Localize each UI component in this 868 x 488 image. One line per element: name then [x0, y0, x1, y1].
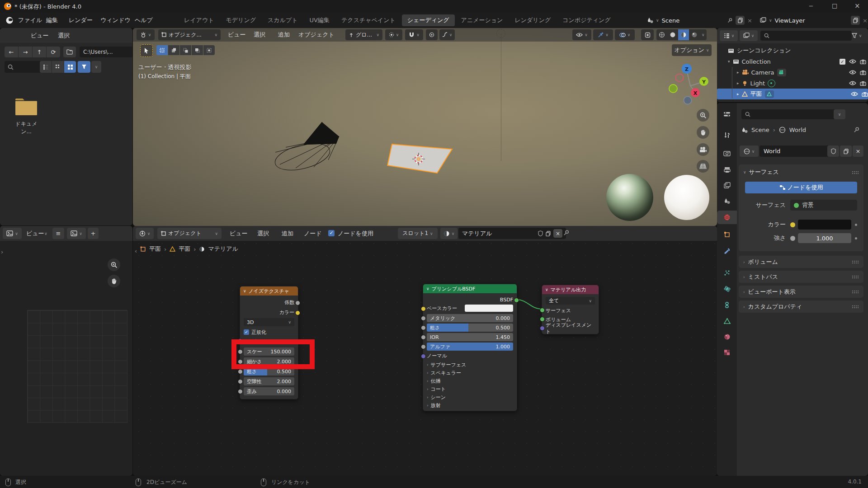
- row-scene-collection[interactable]: シーンコレクション: [717, 45, 866, 56]
- camera-visibility-icon[interactable]: [862, 92, 868, 97]
- new-folder-button[interactable]: [63, 47, 76, 57]
- menu-edit[interactable]: 編集: [46, 13, 58, 28]
- scene-selector[interactable]: ∨ Scene ×: [644, 14, 755, 26]
- camera-visibility-icon[interactable]: [860, 70, 866, 75]
- surface-section-title[interactable]: サーフェス: [749, 168, 779, 176]
- shading-rendered-button[interactable]: [689, 29, 700, 40]
- camera-data-badge[interactable]: [777, 69, 786, 76]
- socket-color-output[interactable]: [295, 310, 300, 315]
- active-tool-button[interactable]: [140, 44, 153, 57]
- file-path-field[interactable]: C:\Users\...: [80, 47, 132, 57]
- camera-visibility-icon[interactable]: [860, 59, 866, 64]
- section-mist-pass[interactable]: ›ミストパス: [739, 271, 863, 283]
- socket-alpha-input[interactable]: [421, 344, 426, 349]
- shading-material-button[interactable]: [678, 29, 689, 40]
- overlays-toggle[interactable]: ∨: [615, 29, 635, 40]
- tab-material[interactable]: [717, 330, 737, 343]
- display-thumbnail-button[interactable]: [64, 61, 76, 73]
- scene-objects[interactable]: [259, 109, 476, 186]
- select-extend-button[interactable]: [168, 45, 179, 55]
- socket-distortion-input[interactable]: [238, 389, 243, 394]
- collapse-icon[interactable]: ∨: [743, 170, 746, 174]
- decorator-dot[interactable]: [855, 237, 857, 239]
- navigation-gizmo[interactable]: Z Y X: [663, 59, 717, 113]
- socket-roughness-input[interactable]: [238, 369, 243, 374]
- properties-search-input[interactable]: [741, 109, 837, 119]
- close-icon[interactable]: ×: [863, 17, 868, 24]
- tab-world-active[interactable]: [717, 211, 737, 224]
- surface-shader-value[interactable]: 背景: [790, 200, 857, 211]
- transform-orientation-selector[interactable]: グロ... ∨: [345, 29, 382, 40]
- breadcrumb-scene[interactable]: Scene: [751, 127, 769, 133]
- visibility-dropdown[interactable]: ∨: [572, 29, 591, 40]
- slot-selector[interactable]: スロット1 ∨: [398, 228, 438, 239]
- disclosure-expanded-icon[interactable]: ▾: [728, 59, 730, 64]
- socket-roughness-input[interactable]: [421, 325, 426, 330]
- minimize-button[interactable]: ─: [809, 3, 813, 9]
- disclosure-collapsed-icon[interactable]: ▸: [737, 81, 739, 85]
- breadcrumb-data[interactable]: 平面: [179, 245, 190, 253]
- select-intersect-button[interactable]: [203, 45, 215, 55]
- distortion-slider[interactable]: 歪み0.000: [244, 387, 294, 395]
- tab-view-layer[interactable]: [717, 178, 737, 192]
- shading-wireframe-button[interactable]: [656, 29, 667, 40]
- file-menu-select[interactable]: 選択: [58, 28, 70, 43]
- menu-help[interactable]: ヘルプ: [135, 13, 153, 28]
- display-vertical-list-button[interactable]: [40, 61, 52, 73]
- camera-view-gizmo[interactable]: [697, 143, 709, 156]
- exclude-checkbox[interactable]: ✓: [840, 59, 845, 65]
- mesh-data-badge[interactable]: [765, 90, 774, 98]
- checkbox-checked[interactable]: ✓: [244, 329, 249, 335]
- section-custom-properties[interactable]: ›カスタムプロパティ: [739, 300, 863, 313]
- tab-rendering[interactable]: レンダリング: [509, 14, 556, 26]
- drag-handle-icon[interactable]: [852, 171, 859, 174]
- panel-coat[interactable]: ›コート: [427, 385, 513, 393]
- viewport-menu-add[interactable]: 追加: [278, 28, 290, 42]
- section-volume[interactable]: ›ボリューム: [739, 256, 863, 268]
- pin-icon[interactable]: [563, 230, 570, 236]
- principled-bsdf-node[interactable]: ∨ プリンシプルBSDF BSDF ベースカラー メタリック0.000 粗さ0.…: [423, 284, 517, 411]
- menu-render[interactable]: レンダー: [69, 13, 93, 28]
- shader-menu-add[interactable]: 追加: [282, 226, 293, 241]
- camera-visibility-icon[interactable]: [860, 81, 866, 86]
- eye-icon[interactable]: [851, 92, 858, 96]
- tab-object-data[interactable]: [717, 314, 737, 328]
- socket-metallic-input[interactable]: [421, 316, 426, 321]
- viewport-menu-object[interactable]: オブジェクト: [298, 28, 335, 42]
- use-nodes-button[interactable]: ノードを使用: [745, 182, 857, 193]
- breadcrumb-material[interactable]: マテリアル: [208, 245, 238, 253]
- file-menu-view[interactable]: ビュー: [31, 28, 49, 43]
- strength-slider[interactable]: 1.000: [798, 233, 851, 243]
- bsdf-node-header[interactable]: ∨ プリンシプルBSDF: [423, 284, 517, 293]
- row-plane-selected[interactable]: ▸ 平面: [717, 89, 868, 99]
- forward-button[interactable]: →: [19, 47, 32, 57]
- tab-texture-paint[interactable]: テクスチャペイント: [336, 14, 401, 26]
- proportional-editing-toggle[interactable]: [426, 29, 438, 40]
- filter-toggle-button[interactable]: [78, 61, 90, 73]
- light-object-line[interactable]: [501, 33, 501, 161]
- editor-type-button[interactable]: ∨: [3, 228, 22, 239]
- tab-uv[interactable]: UV編集: [304, 14, 335, 26]
- pin-icon[interactable]: [854, 127, 860, 133]
- zoom-gizmo[interactable]: [108, 258, 120, 271]
- row-light[interactable]: ▸ Light: [717, 78, 866, 89]
- shader-type-selector[interactable]: オブジェクト ∨: [157, 228, 222, 239]
- dimensions-dropdown[interactable]: 3D∨: [244, 318, 294, 326]
- material-output-node[interactable]: ∨ マテリアル出力 全て∨ サーフェス ボリューム ディスプレイスメント: [542, 285, 599, 334]
- use-nodes-checkbox[interactable]: ✓: [328, 230, 335, 236]
- copy-datablock-button[interactable]: [840, 145, 852, 157]
- viewport-3d[interactable]: ∨ オブジェク... ∨ ビュー 選択 追加 オブジェクト グロ... ∨ ∨ …: [133, 28, 717, 226]
- menu-file[interactable]: ファイル: [18, 13, 42, 28]
- shader-menu-select[interactable]: 選択: [257, 226, 269, 241]
- tab-texture[interactable]: [717, 346, 737, 359]
- viewlayer-name[interactable]: ViewLayer: [775, 17, 849, 24]
- tab-scene[interactable]: [717, 194, 737, 208]
- shader-menu-view[interactable]: ビュー: [230, 226, 248, 241]
- socket-normal-input[interactable]: [421, 354, 426, 359]
- row-camera[interactable]: ▸ Camera: [717, 67, 866, 78]
- socket-volume-input[interactable]: [540, 317, 545, 322]
- roughness-slider[interactable]: 粗さ0.500: [427, 324, 513, 332]
- close-icon[interactable]: ×: [747, 17, 752, 24]
- image-menu-view[interactable]: ビュー: [26, 226, 44, 241]
- display-horizontal-list-button[interactable]: [52, 61, 64, 73]
